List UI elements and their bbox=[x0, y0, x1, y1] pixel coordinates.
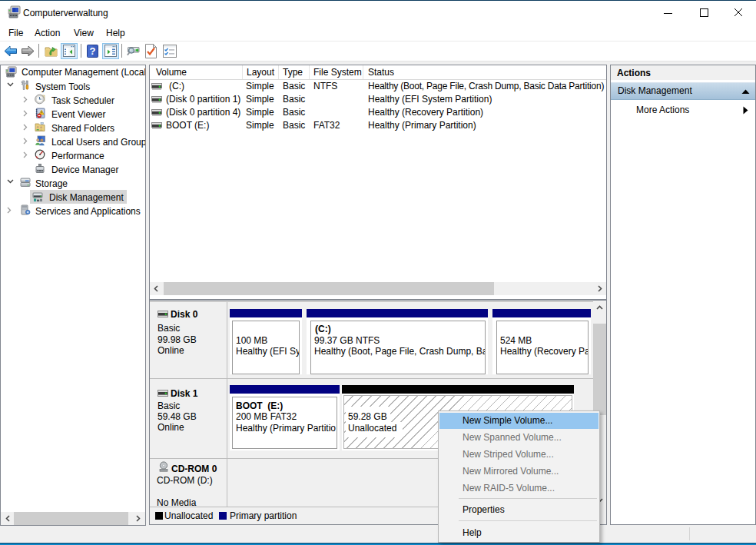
svg-text:?: ? bbox=[90, 45, 96, 57]
